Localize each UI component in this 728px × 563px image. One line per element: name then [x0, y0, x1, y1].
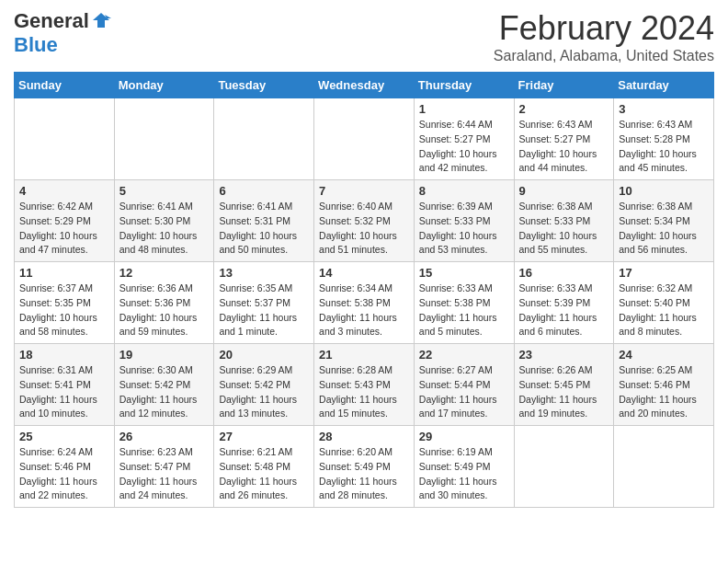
table-cell: 27Sunrise: 6:21 AM Sunset: 5:48 PM Dayli… [214, 426, 314, 508]
day-number: 22 [419, 348, 509, 362]
logo-bird-icon [91, 11, 111, 31]
table-cell: 4Sunrise: 6:42 AM Sunset: 5:29 PM Daylig… [15, 180, 115, 262]
day-info: Sunrise: 6:41 AM Sunset: 5:30 PM Dayligh… [119, 200, 210, 258]
month-title: February 2024 [494, 9, 714, 48]
calendar-week-row: 4Sunrise: 6:42 AM Sunset: 5:29 PM Daylig… [15, 180, 714, 262]
day-info: Sunrise: 6:26 AM Sunset: 5:45 PM Dayligh… [519, 363, 609, 421]
day-number: 3 [619, 102, 709, 116]
table-cell: 22Sunrise: 6:27 AM Sunset: 5:44 PM Dayli… [414, 344, 514, 426]
col-sunday: Sunday [15, 73, 115, 98]
day-info: Sunrise: 6:38 AM Sunset: 5:33 PM Dayligh… [519, 200, 609, 258]
table-cell: 19Sunrise: 6:30 AM Sunset: 5:42 PM Dayli… [114, 344, 214, 426]
table-cell: 3Sunrise: 6:43 AM Sunset: 5:28 PM Daylig… [614, 98, 714, 180]
table-cell: 2Sunrise: 6:43 AM Sunset: 5:27 PM Daylig… [514, 98, 614, 180]
table-cell [214, 98, 314, 180]
calendar-week-row: 11Sunrise: 6:37 AM Sunset: 5:35 PM Dayli… [15, 262, 714, 344]
day-number: 2 [519, 102, 609, 116]
day-number: 23 [519, 348, 609, 362]
day-number: 6 [219, 184, 309, 198]
col-friday: Friday [514, 73, 614, 98]
table-cell: 18Sunrise: 6:31 AM Sunset: 5:41 PM Dayli… [15, 344, 115, 426]
day-number: 12 [119, 266, 210, 280]
day-info: Sunrise: 6:30 AM Sunset: 5:42 PM Dayligh… [119, 363, 210, 421]
table-cell: 11Sunrise: 6:37 AM Sunset: 5:35 PM Dayli… [15, 262, 115, 344]
day-info: Sunrise: 6:24 AM Sunset: 5:46 PM Dayligh… [19, 445, 109, 503]
day-info: Sunrise: 6:41 AM Sunset: 5:31 PM Dayligh… [219, 200, 309, 258]
table-cell: 1Sunrise: 6:44 AM Sunset: 5:27 PM Daylig… [414, 98, 514, 180]
calendar-table: Sunday Monday Tuesday Wednesday Thursday… [14, 72, 714, 508]
day-info: Sunrise: 6:44 AM Sunset: 5:27 PM Dayligh… [419, 118, 509, 176]
day-number: 7 [319, 184, 409, 198]
day-number: 27 [219, 430, 309, 443]
col-thursday: Thursday [414, 73, 514, 98]
day-info: Sunrise: 6:35 AM Sunset: 5:37 PM Dayligh… [219, 282, 309, 339]
table-cell: 17Sunrise: 6:32 AM Sunset: 5:40 PM Dayli… [614, 262, 714, 344]
table-cell: 7Sunrise: 6:40 AM Sunset: 5:32 PM Daylig… [314, 180, 415, 262]
col-monday: Monday [114, 73, 214, 98]
day-info: Sunrise: 6:27 AM Sunset: 5:44 PM Dayligh… [419, 363, 509, 421]
day-info: Sunrise: 6:39 AM Sunset: 5:33 PM Dayligh… [419, 200, 509, 258]
col-wednesday: Wednesday [314, 73, 415, 98]
location-title: Saraland, Alabama, United States [494, 48, 714, 64]
day-number: 28 [319, 430, 409, 443]
table-cell [514, 426, 614, 508]
day-info: Sunrise: 6:21 AM Sunset: 5:48 PM Dayligh… [219, 445, 309, 503]
day-info: Sunrise: 6:37 AM Sunset: 5:35 PM Dayligh… [19, 282, 109, 339]
day-info: Sunrise: 6:28 AM Sunset: 5:43 PM Dayligh… [319, 363, 409, 421]
day-info: Sunrise: 6:32 AM Sunset: 5:40 PM Dayligh… [619, 282, 709, 339]
table-cell: 5Sunrise: 6:41 AM Sunset: 5:30 PM Daylig… [114, 180, 214, 262]
table-cell: 25Sunrise: 6:24 AM Sunset: 5:46 PM Dayli… [15, 426, 115, 508]
day-number: 9 [519, 184, 609, 198]
day-number: 29 [419, 430, 509, 443]
title-area: February 2024 Saraland, Alabama, United … [494, 9, 714, 64]
calendar-week-row: 18Sunrise: 6:31 AM Sunset: 5:41 PM Dayli… [15, 344, 714, 426]
day-info: Sunrise: 6:29 AM Sunset: 5:42 PM Dayligh… [219, 363, 309, 421]
day-number: 10 [619, 184, 709, 198]
day-number: 21 [319, 348, 409, 362]
day-number: 25 [19, 430, 109, 443]
day-info: Sunrise: 6:33 AM Sunset: 5:39 PM Dayligh… [519, 282, 609, 339]
logo-blue: Blue [14, 33, 58, 56]
table-cell: 28Sunrise: 6:20 AM Sunset: 5:49 PM Dayli… [314, 426, 415, 508]
day-number: 13 [219, 266, 309, 280]
table-cell: 12Sunrise: 6:36 AM Sunset: 5:36 PM Dayli… [114, 262, 214, 344]
day-info: Sunrise: 6:42 AM Sunset: 5:29 PM Dayligh… [19, 200, 109, 258]
day-info: Sunrise: 6:31 AM Sunset: 5:41 PM Dayligh… [19, 363, 109, 421]
day-number: 5 [119, 184, 210, 198]
calendar-week-row: 25Sunrise: 6:24 AM Sunset: 5:46 PM Dayli… [15, 426, 714, 508]
table-cell: 15Sunrise: 6:33 AM Sunset: 5:38 PM Dayli… [414, 262, 514, 344]
day-number: 1 [419, 102, 509, 116]
table-cell: 8Sunrise: 6:39 AM Sunset: 5:33 PM Daylig… [414, 180, 514, 262]
day-number: 15 [419, 266, 509, 280]
day-info: Sunrise: 6:20 AM Sunset: 5:49 PM Dayligh… [319, 445, 409, 503]
table-cell: 13Sunrise: 6:35 AM Sunset: 5:37 PM Dayli… [214, 262, 314, 344]
day-number: 4 [19, 184, 109, 198]
day-number: 8 [419, 184, 509, 198]
table-cell [314, 98, 415, 180]
day-info: Sunrise: 6:23 AM Sunset: 5:47 PM Dayligh… [119, 445, 210, 503]
day-number: 19 [119, 348, 210, 362]
table-cell: 21Sunrise: 6:28 AM Sunset: 5:43 PM Dayli… [314, 344, 415, 426]
day-number: 11 [19, 266, 109, 280]
table-cell: 23Sunrise: 6:26 AM Sunset: 5:45 PM Dayli… [514, 344, 614, 426]
day-info: Sunrise: 6:25 AM Sunset: 5:46 PM Dayligh… [619, 363, 709, 421]
calendar-body: 1Sunrise: 6:44 AM Sunset: 5:27 PM Daylig… [15, 98, 714, 508]
table-cell: 10Sunrise: 6:38 AM Sunset: 5:34 PM Dayli… [614, 180, 714, 262]
table-cell: 6Sunrise: 6:41 AM Sunset: 5:31 PM Daylig… [214, 180, 314, 262]
svg-marker-0 [93, 13, 109, 28]
day-info: Sunrise: 6:43 AM Sunset: 5:27 PM Dayligh… [519, 118, 609, 176]
table-cell: 16Sunrise: 6:33 AM Sunset: 5:39 PM Dayli… [514, 262, 614, 344]
day-number: 26 [119, 430, 210, 443]
header: General Blue February 2024 Saraland, Ala… [14, 9, 714, 64]
logo-general: General [14, 9, 89, 33]
day-info: Sunrise: 6:36 AM Sunset: 5:36 PM Dayligh… [119, 282, 210, 339]
logo: General Blue [14, 9, 111, 57]
table-cell: 14Sunrise: 6:34 AM Sunset: 5:38 PM Dayli… [314, 262, 415, 344]
calendar-header-row: Sunday Monday Tuesday Wednesday Thursday… [15, 73, 714, 98]
day-info: Sunrise: 6:34 AM Sunset: 5:38 PM Dayligh… [319, 282, 409, 339]
col-saturday: Saturday [614, 73, 714, 98]
day-number: 14 [319, 266, 409, 280]
day-info: Sunrise: 6:43 AM Sunset: 5:28 PM Dayligh… [619, 118, 709, 176]
day-number: 24 [619, 348, 709, 362]
day-info: Sunrise: 6:40 AM Sunset: 5:32 PM Dayligh… [319, 200, 409, 258]
